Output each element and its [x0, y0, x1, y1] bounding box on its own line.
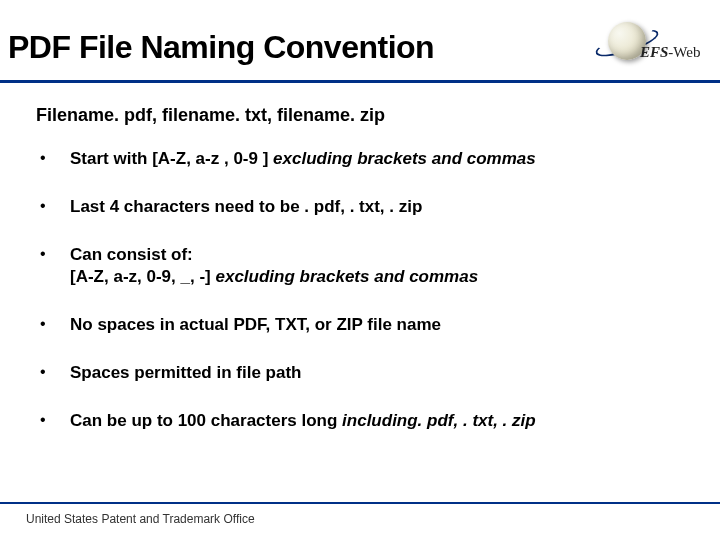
list-item-text: Last 4 characters need to be . pdf, . tx… — [70, 196, 422, 218]
logo-text: EFS-Web — [640, 44, 700, 61]
logo-text-web: -Web — [668, 44, 700, 60]
bullet-dot-icon: • — [36, 244, 70, 264]
list-item: •Last 4 characters need to be . pdf, . t… — [36, 182, 684, 230]
header-row: PDF File Naming Convention EFS-Web — [0, 20, 720, 74]
list-item: •Start with [A-Z, a-z , 0-9 ] excluding … — [36, 134, 684, 182]
bullet-dot-icon: • — [36, 362, 70, 382]
list-item: •Spaces permitted in file path — [36, 348, 684, 396]
content-area: Filename. pdf, filename. txt, filename. … — [0, 83, 720, 444]
list-item: •Can be up to 100 characters long includ… — [36, 396, 684, 444]
bullet-dot-icon: • — [36, 148, 70, 168]
slide: PDF File Naming Convention EFS-Web Filen… — [0, 0, 720, 444]
logo-text-efs: EFS — [640, 44, 668, 60]
list-item-text: Can consist of:[A-Z, a-z, 0-9, _, -] exc… — [70, 244, 478, 288]
subtitle: Filename. pdf, filename. txt, filename. … — [36, 105, 684, 126]
page-title: PDF File Naming Convention — [8, 29, 434, 66]
list-item-text: Start with [A-Z, a-z , 0-9 ] excluding b… — [70, 148, 536, 170]
bullet-dot-icon: • — [36, 196, 70, 216]
bullet-dot-icon: • — [36, 410, 70, 430]
bullet-dot-icon: • — [36, 314, 70, 334]
list-item: •No spaces in actual PDF, TXT, or ZIP fi… — [36, 300, 684, 348]
efs-web-logo: EFS-Web — [592, 20, 712, 74]
list-item-text: No spaces in actual PDF, TXT, or ZIP fil… — [70, 314, 441, 336]
footer-text: United States Patent and Trademark Offic… — [26, 512, 255, 526]
list-item-text: Can be up to 100 characters long includi… — [70, 410, 536, 432]
bullet-list: •Start with [A-Z, a-z , 0-9 ] excluding … — [36, 134, 684, 444]
footer-divider — [0, 502, 720, 504]
list-item-text: Spaces permitted in file path — [70, 362, 301, 384]
list-item: •Can consist of:[A-Z, a-z, 0-9, _, -] ex… — [36, 230, 684, 300]
